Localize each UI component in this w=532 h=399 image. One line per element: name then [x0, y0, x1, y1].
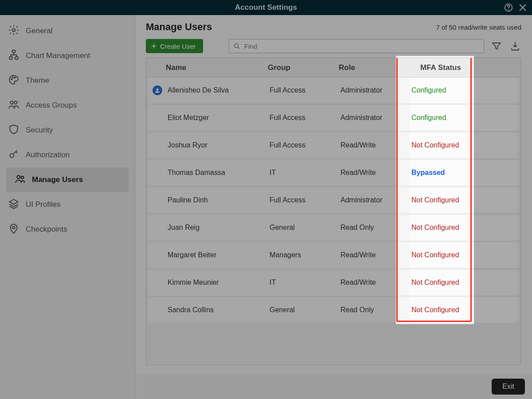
sidebar-item-theme[interactable]: Theme: [0, 68, 135, 93]
cell-name: Allenisheo De Silva: [166, 86, 268, 94]
cell-role: Read Only: [339, 224, 410, 232]
layers-icon: [8, 198, 20, 212]
cell-role: Read/Write: [339, 141, 410, 149]
svg-point-2: [12, 28, 16, 31]
search-icon: [233, 42, 241, 50]
create-user-label: Create User: [160, 43, 196, 50]
sidebar-item-checkpoints[interactable]: Checkpoints: [0, 217, 135, 242]
table-row[interactable]: Joshua Ryor Full Access Read/Write Not C…: [148, 132, 519, 158]
cell-name: Juan Reig: [166, 224, 268, 232]
svg-point-9: [10, 101, 13, 104]
users-icon: [14, 173, 26, 187]
svg-point-13: [21, 176, 24, 178]
svg-rect-3: [12, 50, 16, 52]
svg-point-7: [12, 77, 13, 78]
sidebar-item-label: Chart Management: [26, 51, 90, 60]
cell-mfa-status: Configured: [410, 105, 516, 131]
exit-button[interactable]: Exit: [492, 379, 525, 395]
cell-group: Full Access: [268, 196, 339, 204]
filter-button[interactable]: [490, 41, 503, 51]
gear-icon: [8, 24, 20, 38]
sidebar-item-label: Access Groups: [26, 101, 77, 110]
col-role[interactable]: Role: [337, 63, 408, 72]
svg-point-1: [508, 9, 509, 10]
table-row[interactable]: Pauline Dinh Full Access Administrator N…: [148, 187, 519, 213]
sidebar-item-label: Security: [26, 126, 53, 135]
svg-point-11: [10, 153, 14, 157]
cell-mfa-status: Not Configured: [410, 187, 516, 213]
sidebar-item-chart-management[interactable]: Chart Management: [0, 43, 135, 68]
svg-rect-5: [15, 57, 18, 59]
svg-rect-4: [9, 57, 12, 59]
create-user-button[interactable]: Create User: [146, 39, 203, 53]
cell-group: Full Access: [268, 114, 339, 122]
shield-icon: [8, 124, 20, 137]
cell-group: IT: [268, 169, 339, 177]
cell-role: Administrator: [339, 196, 410, 204]
sidebar-item-label: UI Profiles: [26, 200, 60, 209]
cell-mfa-status: Not Configured: [410, 132, 516, 158]
cell-mfa-status: Not Configured: [410, 297, 516, 323]
sidebar-item-authorization[interactable]: Authorization: [0, 143, 135, 167]
col-name[interactable]: Name: [164, 63, 266, 72]
sidebar-item-ui-profiles[interactable]: UI Profiles: [0, 192, 135, 217]
svg-point-16: [156, 89, 159, 91]
cell-role: Administrator: [339, 114, 410, 122]
seats-used-text: 7 of 50 read/write seats used: [436, 23, 521, 31]
sidebar-item-label: Manage Users: [32, 175, 83, 184]
close-icon[interactable]: [518, 3, 528, 12]
cell-group: Managers: [268, 251, 339, 259]
table-row[interactable]: Juan Reig General Read Only Not Configur…: [148, 215, 519, 240]
cell-mfa-status: Not Configured: [410, 215, 516, 240]
table-header: Name Group Role MFA Status: [146, 58, 521, 77]
cell-mfa-status: Not Configured: [410, 242, 516, 268]
cell-mfa-status: Not Configured: [410, 270, 516, 295]
plus-icon: [150, 43, 157, 50]
cell-role: Read/Write: [339, 251, 410, 259]
sidebar-item-manage-users[interactable]: Manage Users: [6, 167, 129, 192]
table-row[interactable]: Margaret Beiter Managers Read/Write Not …: [148, 242, 519, 268]
sidebar-item-security[interactable]: Security: [0, 118, 135, 143]
sidebar-item-general[interactable]: General: [0, 19, 135, 43]
table-row[interactable]: Eliot Metzger Full Access Administrator …: [148, 105, 519, 131]
cell-group: General: [268, 224, 339, 232]
svg-point-15: [234, 43, 238, 47]
users-table: Name Group Role MFA Status Allenisheo De…: [146, 58, 521, 365]
table-row[interactable]: Thomas Damassa IT Read/Write Bypassed: [148, 160, 519, 186]
pin-icon: [8, 223, 20, 236]
table-row[interactable]: Allenisheo De Silva Full Access Administ…: [148, 77, 519, 103]
sidebar-item-access-groups[interactable]: Access Groups: [0, 93, 135, 118]
col-group[interactable]: Group: [266, 63, 337, 72]
cell-name: Eliot Metzger: [166, 114, 268, 122]
col-mfa-status[interactable]: MFA Status: [408, 63, 514, 72]
cell-role: Read/Write: [339, 279, 410, 287]
cell-role: Read Only: [339, 306, 410, 314]
palette-icon: [8, 74, 20, 88]
cell-group: Full Access: [268, 141, 339, 149]
cell-name: Pauline Dinh: [166, 196, 268, 204]
download-button[interactable]: [509, 41, 521, 51]
cell-mfa-status: Bypassed: [410, 160, 516, 186]
sidebar-item-label: General: [26, 27, 52, 35]
cell-name: Thomas Damassa: [166, 169, 268, 177]
dialog-footer: Exit: [135, 374, 532, 399]
sidebar-item-label: Checkpoints: [26, 225, 67, 234]
table-row[interactable]: Kimmie Meunier IT Read/Write Not Configu…: [148, 270, 519, 295]
cell-name: Margaret Beiter: [166, 251, 268, 259]
table-row[interactable]: Sandra Collins General Read Only Not Con…: [148, 297, 519, 323]
page-title: Manage Users: [146, 21, 212, 33]
window-title: Account Settings: [235, 3, 297, 12]
sidebar-item-label: Authorization: [26, 151, 70, 159]
svg-point-8: [15, 77, 16, 78]
window-titlebar: Account Settings: [0, 0, 532, 15]
cell-group: General: [268, 306, 339, 314]
svg-point-14: [12, 226, 15, 229]
cell-mfa-status: Configured: [410, 77, 516, 103]
search-input[interactable]: [244, 43, 480, 50]
help-icon[interactable]: [504, 3, 513, 12]
main-panel: Manage Users 7 of 50 read/write seats us…: [135, 15, 532, 399]
search-field[interactable]: [229, 39, 484, 53]
cell-group: IT: [268, 279, 339, 287]
hierarchy-icon: [8, 49, 20, 63]
svg-point-6: [11, 78, 12, 79]
